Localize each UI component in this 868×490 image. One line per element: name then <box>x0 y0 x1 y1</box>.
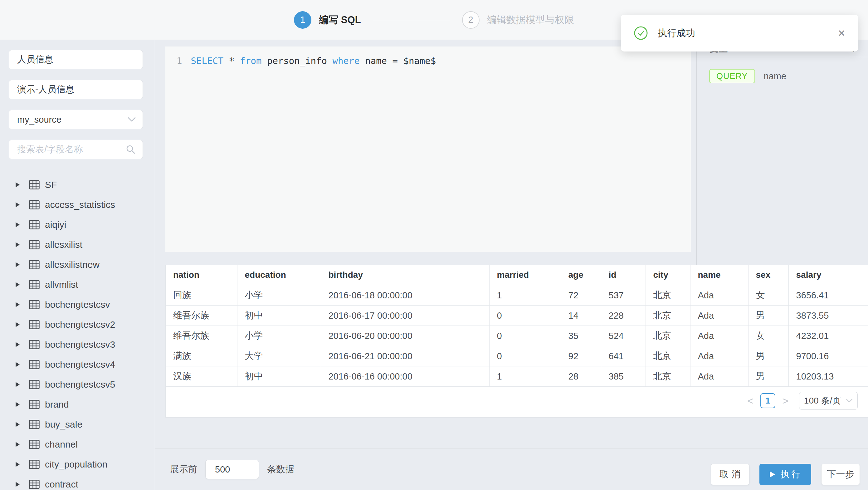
table-cell: 北京 <box>646 346 690 366</box>
table-grid-icon <box>29 340 40 349</box>
caret-right-icon[interactable] <box>16 322 20 327</box>
caret-right-icon[interactable] <box>16 242 20 247</box>
table-grid-icon <box>29 420 40 429</box>
table-grid-icon <box>29 380 40 389</box>
table-cell: 14 <box>561 306 601 326</box>
sql-editor[interactable]: 1 SELECT * from person_info where name =… <box>165 47 691 252</box>
table-tree-item[interactable]: SF <box>0 175 155 195</box>
caret-right-icon[interactable] <box>16 202 20 207</box>
table-row: 回族小学2016-06-18 00:00:00172537北京Ada女3656.… <box>166 285 868 306</box>
table-tree-item[interactable]: bochengtestcsv2 <box>0 315 155 335</box>
table-tree-item[interactable]: aiqiyi <box>0 215 155 235</box>
caret-right-icon[interactable] <box>16 182 20 187</box>
datasource-select[interactable]: my_source <box>9 110 143 129</box>
table-tree-item[interactable]: allesxilist <box>0 235 155 255</box>
next-page-button[interactable]: > <box>779 395 792 407</box>
table-name: bochengtestcsv <box>45 299 110 310</box>
table-cell: 2016-06-17 00:00:00 <box>321 306 489 326</box>
table-grid-icon <box>29 280 40 289</box>
table-grid-icon <box>29 300 40 309</box>
sql-keyword: SELECT <box>191 56 223 66</box>
sql-keyword: from <box>240 56 262 66</box>
table-grid-icon <box>29 480 40 489</box>
sql-model-wizard: 1 编写 SQL 2 编辑数据模型与权限 人员信息 演示-人员信息 my_sou… <box>0 0 868 490</box>
table-tree-item[interactable]: bochengtestcsv3 <box>0 335 155 355</box>
prev-page-button[interactable]: < <box>744 395 756 407</box>
search-placeholder: 搜索表/字段名称 <box>17 143 83 156</box>
caret-right-icon[interactable] <box>16 402 20 407</box>
table-grid-icon <box>29 440 40 449</box>
variable-item[interactable]: QUERY name <box>709 69 868 83</box>
sql-text: * <box>223 56 240 66</box>
step-1-label: 编写 SQL <box>319 13 361 27</box>
table-cell: 维吾尔族 <box>166 326 237 346</box>
next-step-button[interactable]: 下一步 <box>821 464 860 485</box>
page-size-select[interactable]: 100 条/页 <box>799 392 858 410</box>
table-tree-item[interactable]: buy_sale <box>0 415 155 434</box>
caret-right-icon[interactable] <box>16 262 20 267</box>
table-cell: 初中 <box>237 306 321 326</box>
limit-suffix-label: 条数据 <box>267 463 294 476</box>
table-cell: 28 <box>561 366 601 387</box>
caret-right-icon[interactable] <box>16 222 20 227</box>
caret-right-icon[interactable] <box>16 422 20 427</box>
caret-right-icon[interactable] <box>16 382 20 387</box>
table-cell: 2016-06-18 00:00:00 <box>321 285 489 306</box>
execute-button[interactable]: 执行 <box>760 464 811 485</box>
search-input[interactable]: 搜索表/字段名称 <box>9 140 143 159</box>
table-tree-item[interactable]: bochengtestcsv5 <box>0 374 155 395</box>
column-header: married <box>489 265 561 285</box>
cancel-button[interactable]: 取消 <box>711 464 749 485</box>
table-cell: 男 <box>748 346 788 366</box>
table-grid-icon <box>29 460 40 469</box>
caret-right-icon[interactable] <box>16 302 20 307</box>
results-table: nationeducationbirthdaymarriedageidcityn… <box>166 265 868 387</box>
table-grid-icon <box>29 400 40 409</box>
caret-right-icon[interactable] <box>16 342 20 347</box>
sql-code-line: 1 SELECT * from person_info where name =… <box>165 47 691 67</box>
step-connector <box>373 20 450 20</box>
table-cell: 1 <box>489 285 561 306</box>
table-cell: 641 <box>601 346 646 366</box>
table-name: allesxilist <box>45 239 82 250</box>
table-name: contract <box>45 479 78 490</box>
column-header: sex <box>748 265 788 285</box>
table-tree-item[interactable]: access_statistics <box>0 195 155 215</box>
table-tree-item[interactable]: bochengtestcsv <box>0 295 155 315</box>
table-cell: 92 <box>561 346 601 366</box>
current-page-button[interactable]: 1 <box>761 393 775 408</box>
model-name-input[interactable]: 人员信息 <box>9 50 143 69</box>
row-limit-value: 500 <box>215 464 230 475</box>
caret-right-icon[interactable] <box>16 462 20 467</box>
table-name: allesxilistnew <box>45 259 99 270</box>
table-cell: 2016-06-16 00:00:00 <box>321 366 489 387</box>
sql-text: name = $name$ <box>360 56 436 66</box>
step-2-number: 2 <box>462 11 479 29</box>
table-cell: 北京 <box>646 306 690 326</box>
table-tree-item[interactable]: city_population <box>0 454 155 474</box>
stepper: 1 编写 SQL 2 编辑数据模型与权限 <box>294 11 574 29</box>
page-size-value: 100 条/页 <box>804 395 841 407</box>
table-cell: 女 <box>748 326 788 346</box>
table-tree-item[interactable]: allesxilistnew <box>0 255 155 275</box>
table-name: access_statistics <box>45 200 115 210</box>
table-tree-item[interactable]: channel <box>0 434 155 454</box>
caret-right-icon[interactable] <box>16 282 20 287</box>
success-check-icon <box>633 26 648 40</box>
step-1-number: 1 <box>294 11 311 29</box>
table-cell: 男 <box>748 366 788 387</box>
table-tree-item[interactable]: contract <box>0 474 155 490</box>
close-icon[interactable]: ✕ <box>838 28 845 39</box>
caret-right-icon[interactable] <box>16 442 20 447</box>
caret-right-icon[interactable] <box>16 482 20 487</box>
display-name-input[interactable]: 演示-人员信息 <box>9 80 143 99</box>
results-card: nationeducationbirthdaymarriedageidcityn… <box>165 265 868 418</box>
row-limit-input[interactable]: 500 <box>205 460 259 479</box>
results-header-row: nationeducationbirthdaymarriedageidcityn… <box>166 265 868 285</box>
table-tree-item[interactable]: brand <box>0 395 155 415</box>
table-tree-item[interactable]: bochengtestcsv4 <box>0 355 155 374</box>
pagination: < 1 > 100 条/页 <box>744 392 858 410</box>
table-name: aiqiyi <box>45 219 66 230</box>
table-tree-item[interactable]: allvmlist <box>0 275 155 295</box>
caret-right-icon[interactable] <box>16 362 20 367</box>
